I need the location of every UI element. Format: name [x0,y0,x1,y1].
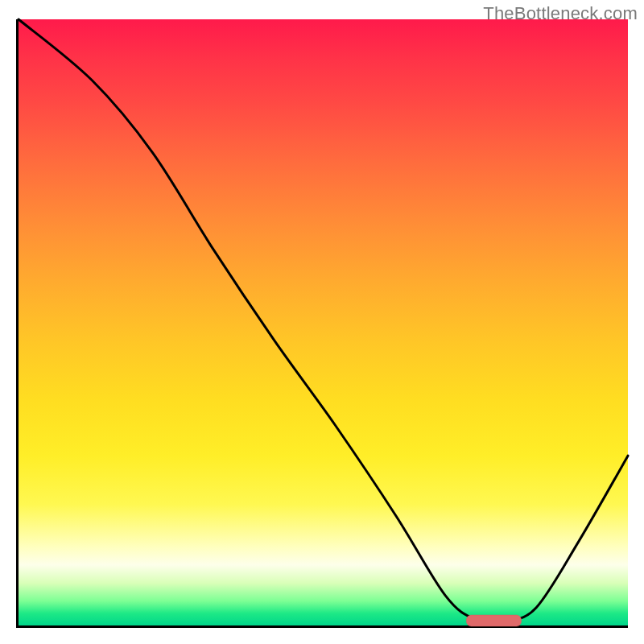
plot-area [16,19,628,628]
chart-container: TheBottleneck.com [0,0,644,644]
watermark-text: TheBottleneck.com [483,3,638,24]
curve-svg [19,19,628,625]
optimal-point-marker [466,615,521,626]
bottleneck-curve-path [19,19,628,622]
